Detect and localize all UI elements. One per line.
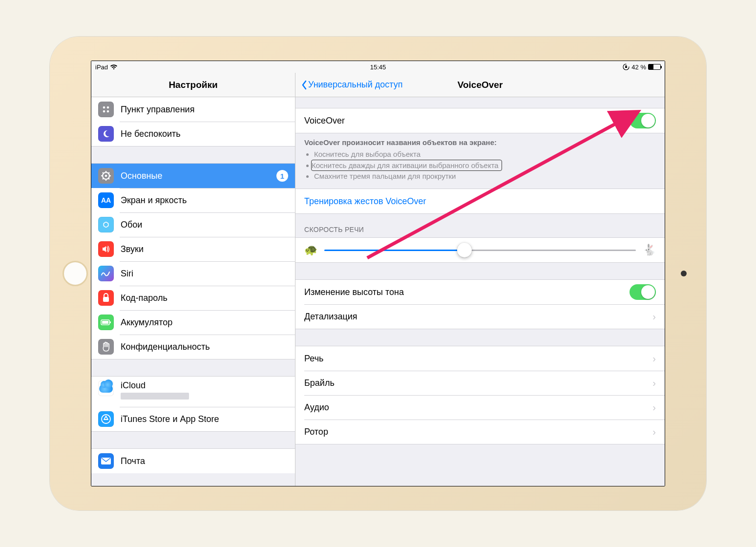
sidebar-label: Конфиденциальность: [121, 342, 288, 352]
note-line: Коснитесь дважды для активации выбранног…: [311, 160, 502, 171]
svg-point-3: [107, 106, 109, 109]
speech-label: Речь: [304, 354, 652, 364]
verbosity-label: Детализация: [304, 312, 652, 322]
verbosity-row[interactable]: Детализация ›: [295, 304, 665, 329]
sidebar-label: Обои: [121, 220, 288, 230]
svg-point-20: [105, 227, 106, 228]
hand-icon: [98, 339, 114, 355]
svg-line-13: [108, 178, 109, 179]
practice-gestures-label: Тренировка жестов VoiceOver: [304, 196, 656, 207]
sidebar-item-sounds[interactable]: Звуки: [91, 237, 295, 261]
detail-pane: Универсальный доступ VoiceOver VoiceOver…: [295, 73, 665, 486]
rotor-row[interactable]: Ротор ›: [295, 420, 665, 444]
sidebar-item-display[interactable]: AA Экран и яркость: [91, 188, 295, 212]
screen: iPad 15:45 42 % Настройки: [91, 61, 665, 486]
mail-icon: [98, 453, 114, 469]
svg-point-2: [103, 106, 105, 109]
svg-point-21: [104, 226, 105, 227]
sidebar-item-dnd[interactable]: Не беспокоить: [91, 122, 295, 146]
sidebar-label: Код-пароль: [121, 293, 288, 303]
speaking-rate-slider[interactable]: [324, 250, 636, 251]
svg-point-17: [105, 222, 106, 223]
status-bar: iPad 15:45 42 %: [91, 61, 665, 73]
sidebar-item-siri[interactable]: Siri: [91, 261, 295, 286]
notification-badge: 1: [276, 170, 288, 182]
svg-line-12: [103, 172, 104, 173]
svg-rect-23: [103, 297, 109, 302]
device-label: iPad: [95, 63, 108, 71]
chevron-right-icon: ›: [652, 378, 656, 389]
practice-gestures-row[interactable]: Тренировка жестов VoiceOver: [295, 189, 665, 213]
gear-icon: [98, 168, 114, 184]
sidebar-title: Настройки: [91, 73, 295, 97]
braille-label: Брайль: [304, 378, 652, 388]
voiceover-toggle-row[interactable]: VoiceOver: [295, 108, 665, 133]
sidebar-label: Пункт управления: [121, 105, 288, 115]
sidebar-label: Siri: [121, 269, 288, 279]
sidebar-item-icloud[interactable]: iCloud: [91, 377, 295, 407]
svg-point-5: [107, 110, 109, 113]
chevron-right-icon: ›: [652, 353, 656, 364]
battery-icon: [648, 64, 661, 70]
battery-percent: 42 %: [631, 63, 646, 71]
settings-sidebar: Настройки Пункт управления: [91, 73, 295, 486]
sidebar-label: Звуки: [121, 244, 288, 254]
tortoise-icon: 🐢: [304, 244, 317, 256]
sidebar-item-general[interactable]: Основные 1: [91, 164, 295, 188]
slider-thumb[interactable]: [457, 243, 472, 257]
sidebar-label: Основные: [121, 171, 276, 181]
speech-row[interactable]: Речь ›: [295, 346, 665, 371]
svg-point-19: [107, 226, 108, 227]
braille-row[interactable]: Брайль ›: [295, 371, 665, 395]
svg-line-15: [108, 172, 109, 173]
svg-point-7: [105, 175, 107, 177]
control-center-icon: [98, 102, 114, 117]
ipad-device-frame: iPad 15:45 42 % Настройки: [50, 37, 706, 510]
sidebar-label: iCloud: [121, 380, 189, 391]
sidebar-label: iTunes Store и App Store: [121, 414, 288, 424]
voiceover-description: VoiceOver произносит названия объектов н…: [295, 133, 665, 189]
sidebar-item-passcode[interactable]: Код-пароль: [91, 286, 295, 310]
sidebar-item-mail[interactable]: Почта: [91, 449, 295, 473]
sidebar-item-control-center[interactable]: Пункт управления: [91, 97, 295, 122]
svg-point-4: [103, 110, 105, 113]
speaker-icon: [98, 241, 114, 257]
home-button[interactable]: [63, 261, 88, 286]
note-line: Коснитесь для выбора объекта: [314, 149, 656, 160]
detail-title: VoiceOver: [458, 80, 503, 90]
sidebar-item-battery[interactable]: Аккумулятор: [91, 310, 295, 335]
speaking-rate-header: СКОРОСТЬ РЕЧИ: [295, 214, 665, 237]
chevron-right-icon: ›: [652, 311, 656, 322]
back-label: Универсальный доступ: [308, 80, 403, 90]
sidebar-item-privacy[interactable]: Конфиденциальность: [91, 335, 295, 359]
pitch-switch[interactable]: [630, 284, 656, 300]
svg-rect-26: [102, 321, 108, 324]
sidebar-item-wallpaper[interactable]: Обои: [91, 212, 295, 237]
siri-icon: [98, 266, 114, 281]
appstore-icon: [98, 411, 114, 427]
sidebar-label: Не беспокоить: [121, 129, 288, 139]
sidebar-label: Почта: [121, 456, 288, 466]
audio-label: Аудио: [304, 402, 652, 413]
voiceover-switch[interactable]: [630, 113, 656, 128]
chevron-right-icon: ›: [652, 426, 656, 438]
svg-point-16: [104, 222, 108, 227]
svg-rect-1: [625, 66, 627, 68]
wifi-icon: [110, 64, 118, 70]
svg-line-14: [103, 178, 104, 179]
back-button[interactable]: Универсальный доступ: [301, 80, 403, 90]
icloud-account-placeholder: [121, 393, 189, 400]
sidebar-item-itunes[interactable]: iTunes Store и App Store: [91, 407, 295, 431]
lock-icon: [98, 290, 114, 306]
rotor-label: Ротор: [304, 427, 652, 437]
pitch-toggle-row[interactable]: Изменение высоты тона: [295, 280, 665, 304]
battery-icon: [98, 315, 114, 330]
svg-point-18: [107, 223, 108, 224]
audio-row[interactable]: Аудио ›: [295, 395, 665, 420]
front-camera: [681, 271, 687, 276]
moon-icon: [98, 126, 114, 142]
rabbit-icon: 🐇: [643, 244, 656, 256]
svg-rect-25: [110, 321, 111, 323]
sidebar-label: Экран и яркость: [121, 195, 288, 206]
display-icon: AA: [98, 192, 114, 208]
